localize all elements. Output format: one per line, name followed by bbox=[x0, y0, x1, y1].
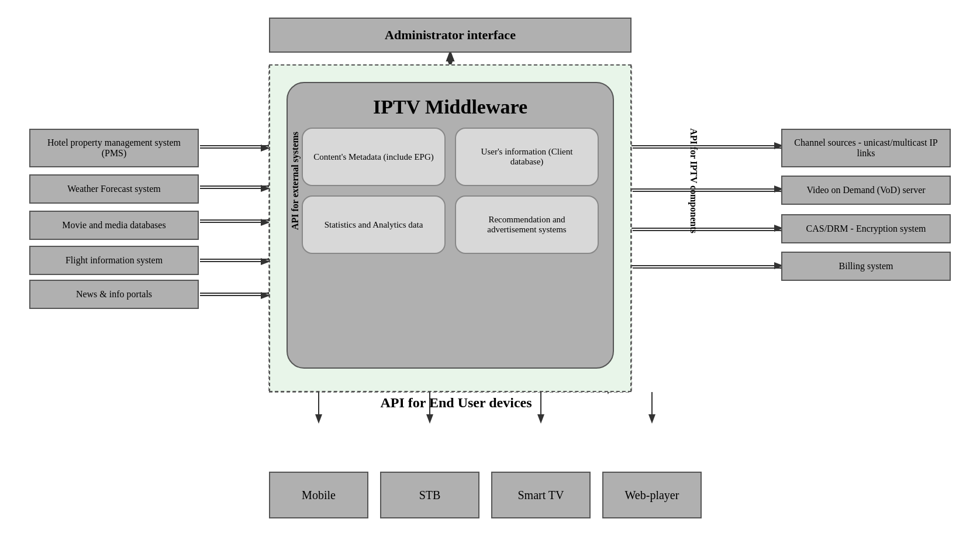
channel-label: Channel sources - unicast/multicast IP l… bbox=[788, 138, 944, 159]
recommendation-label: Recommendation and advertisement systems bbox=[464, 215, 589, 235]
device-smart-tv: Smart TV bbox=[491, 472, 591, 518]
movie-label: Movie and media databases bbox=[62, 220, 165, 231]
left-box-news: News & info portals bbox=[29, 280, 199, 309]
news-label: News & info portals bbox=[76, 289, 152, 300]
middleware-title: IPTV Middleware bbox=[373, 96, 527, 118]
web-player-label: Web-player bbox=[625, 489, 679, 502]
device-stb: STB bbox=[380, 472, 479, 518]
middleware-inner-grid: Content's Metadata (include EPG) User's … bbox=[288, 128, 613, 268]
smart-tv-label: Smart TV bbox=[517, 489, 564, 502]
api-left-label: API for external systems bbox=[290, 122, 301, 239]
device-web-player: Web-player bbox=[602, 472, 702, 518]
left-box-pms: Hotel property management system (PMS) bbox=[29, 129, 199, 167]
user-info-label: User's information (Client database) bbox=[464, 147, 589, 167]
middleware-box: IPTV Middleware Content's Metadata (incl… bbox=[287, 82, 614, 369]
metadata-label: Content's Metadata (include EPG) bbox=[313, 152, 434, 162]
right-box-channel: Channel sources - unicast/multicast IP l… bbox=[781, 129, 951, 167]
api-right-label: API for IPTV components bbox=[688, 122, 699, 239]
admin-interface-label: Administrator interface bbox=[385, 28, 516, 43]
left-box-flight: Flight information system bbox=[29, 246, 199, 275]
right-box-vod: Video on Demand (VoD) server bbox=[781, 176, 951, 205]
left-box-weather: Weather Forecast system bbox=[29, 174, 199, 204]
weather-label: Weather Forecast system bbox=[67, 184, 161, 194]
metadata-box: Content's Metadata (include EPG) bbox=[302, 128, 446, 186]
user-info-box: User's information (Client database) bbox=[455, 128, 599, 186]
flight-label: Flight information system bbox=[65, 255, 163, 266]
diagram-container: Administrator interface IPTV Middleware … bbox=[0, 0, 980, 536]
right-box-cas: CAS/DRM - Encryption system bbox=[781, 214, 951, 243]
stats-label: Statistics and Analytics data bbox=[325, 220, 423, 230]
admin-interface-box: Administrator interface bbox=[269, 18, 632, 53]
recommendation-box: Recommendation and advertisement systems bbox=[455, 195, 599, 254]
left-box-movie: Movie and media databases bbox=[29, 211, 199, 240]
pms-label: Hotel property management system (PMS) bbox=[36, 138, 192, 159]
device-mobile: Mobile bbox=[269, 472, 368, 518]
right-box-billing: Billing system bbox=[781, 252, 951, 281]
api-bottom-label: API for End User devices bbox=[246, 395, 667, 411]
billing-label: Billing system bbox=[839, 261, 893, 272]
mobile-label: Mobile bbox=[302, 489, 336, 502]
stats-box: Statistics and Analytics data bbox=[302, 195, 446, 254]
cas-label: CAS/DRM - Encryption system bbox=[806, 224, 926, 234]
vod-label: Video on Demand (VoD) server bbox=[806, 185, 925, 195]
stb-label: STB bbox=[419, 489, 441, 502]
